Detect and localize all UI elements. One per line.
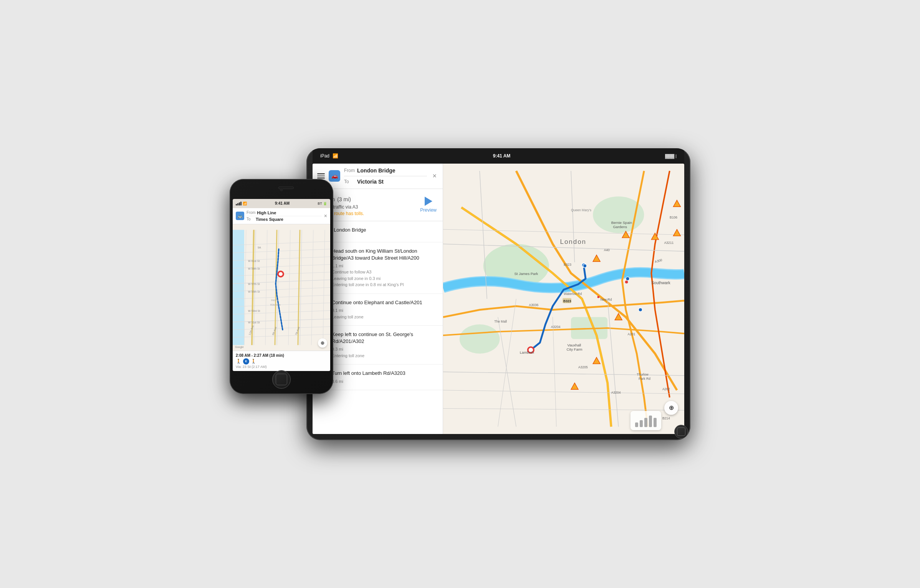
svg-text:A3211: A3211 [664,241,674,245]
svg-text:New Rd: New Rd [600,297,612,301]
svg-text:B323: B323 [564,263,571,267]
ipad-device: iPad 📶 9:41 AM ▓▓▓ | 🚗 From [306,148,690,440]
ipad-time: 9:41 AM [493,153,511,159]
svg-text:W 53rd St: W 53rd St [248,309,260,312]
iphone-map-svg: W 57th St W 55th St W 59th St W 61st St … [233,224,330,351]
step-1-main: Head south on King William St/London Bri… [332,248,437,262]
svg-text:City Farm: City Farm [567,347,582,351]
svg-text:Lambeth: Lambeth [520,350,534,354]
svg-text:A40: A40 [604,248,610,252]
svg-point-76 [279,272,283,276]
iphone-via-info: Via: 23 St (2:17 AM) [236,365,327,369]
step-0-main: London Bridge [334,227,366,234]
iphone-wifi-icon: 📶 [243,202,247,205]
preview-button[interactable]: Preview [420,197,437,213]
svg-text:The Mall: The Mall [494,319,507,323]
svg-point-20 [597,296,600,298]
svg-text:B214: B214 [662,416,670,420]
signal-bar-4 [240,202,242,205]
svg-text:W 59th St: W 59th St [248,267,260,270]
iphone-map[interactable]: W 57th St W 55th St W 59th St W 61st St … [233,224,330,351]
ipad-search-bar: 🚗 From London Bridge To Victoria St × [313,164,443,189]
iphone-camera [280,188,283,191]
map-svg: London St James Park Bernie Spain Garden… [443,164,684,434]
svg-text:A3204: A3204 [551,325,561,329]
signal-bars [236,202,242,205]
svg-text:Kitchen: Kitchen [270,303,281,306]
step-4-detail: 0.6 mi [332,378,405,385]
bar-1 [635,422,638,427]
iphone-time: 9:41 AM [275,201,290,205]
signal-bar-2 [237,203,238,205]
signal-bar-3 [239,202,240,205]
iphone-bottom-bar: 2:08 AM - 2:27 AM (18 min) 🚶 E 🚶 Via: 23… [233,351,330,371]
step-3-main: Keep left to continue on St. George's Rd… [332,331,437,345]
svg-rect-50 [233,230,244,345]
svg-point-16 [583,264,587,268]
svg-text:9A: 9A [258,246,261,248]
svg-text:St James Park: St James Park [515,272,538,276]
preview-label: Preview [420,207,437,213]
iphone-search-bar: 🚌 From High Line To Times Square × [233,208,330,224]
ipad-home-inner [677,427,685,436]
bar-2 [640,420,643,427]
svg-text:A262: A262 [662,387,670,391]
close-search-button[interactable]: × [431,171,438,182]
from-label: From [344,168,355,173]
svg-text:Park Rd: Park Rd [639,377,650,381]
iphone-to-value[interactable]: Times Square [256,217,283,222]
step-2-main: Continue onto Elephant and Castle/A201 [332,299,422,306]
ipad-home-button[interactable] [674,425,688,439]
hamburger-menu-button[interactable] [317,173,325,179]
svg-point-18 [639,308,642,311]
svg-text:London: London [560,238,586,245]
svg-text:B106: B106 [670,215,677,219]
bar-5 [654,418,657,427]
iphone-to-label: To [247,217,254,221]
bar-3 [644,418,647,427]
iphone-screen: 📶 9:41 AM BT 🔋 🚌 From High Line To Times [233,199,330,371]
svg-rect-49 [233,230,330,345]
step-2-detail: 0.1 miLeaving toll zone [332,307,422,320]
search-fields: From London Bridge To Victoria St [344,167,427,185]
ipad-map[interactable]: London St James Park Bernie Spain Garden… [443,164,684,434]
map-background: London St James Park Bernie Spain Garden… [443,164,684,434]
compass-button[interactable]: ⊕ [664,401,678,415]
iphone-transport-info: 🚶 E 🚶 [236,358,327,364]
walk-icon-2: 🚶 [251,359,256,364]
svg-text:A201: A201 [628,332,635,336]
svg-text:Waterloo Rd: Waterloo Rd [564,292,582,296]
ipad-status-bar: iPad 📶 9:41 AM ▓▓▓ | [313,148,684,164]
svg-text:Southwark: Southwark [651,280,670,285]
signal-bar-1 [236,204,237,205]
svg-text:W 55th St: W 55th St [248,290,260,293]
ipad-device-label: iPad [320,153,329,159]
svg-text:Thurlow: Thurlow [637,372,649,376]
map-bars-widget[interactable] [630,411,661,430]
play-icon [425,197,432,206]
svg-text:Gardens: Gardens [613,225,627,229]
iphone-device: 📶 9:41 AM BT 🔋 🚌 From High Line To Times [230,179,333,394]
iphone-compass-button[interactable]: ⊕ [318,338,327,348]
from-value[interactable]: London Bridge [357,167,395,174]
transport-mode-car-icon[interactable]: 🚗 [329,170,340,182]
svg-text:A3205: A3205 [578,365,588,369]
google-logo: Google [235,346,244,348]
iphone-close-button[interactable]: × [324,213,327,219]
step-3-detail: 0.3 miEntering toll zone [332,346,437,359]
to-value[interactable]: Victoria St [357,179,384,185]
step-4-main: Turn left onto Lambeth Rd/A3203 [332,370,405,377]
bar-4 [649,416,652,427]
iphone-from-value[interactable]: High Line [257,210,276,215]
ipad-wifi-icon: 📶 [333,153,338,159]
iphone-signal-area: 📶 [236,202,247,205]
iphone-transport-icon[interactable]: 🚌 [236,212,244,220]
svg-text:Vauxhall: Vauxhall [568,343,581,347]
ipad-screen: 🚗 From London Bridge To Victoria St × [313,164,684,434]
iphone-home-inner [276,374,287,385]
svg-text:Hell's: Hell's [271,298,278,301]
step-1-detail: 1.1 miContinue to follow A3Leaving toll … [332,263,437,288]
walk-icon-1: 🚶 [236,359,242,364]
svg-text:Bernie Spain: Bernie Spain [611,220,632,224]
iphone-home-button[interactable] [272,370,291,389]
